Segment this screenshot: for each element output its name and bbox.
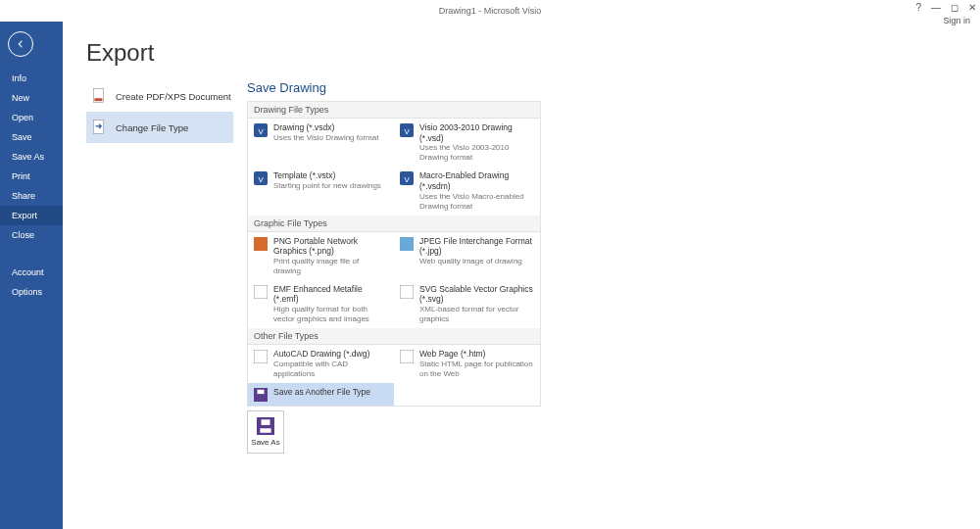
group-title: Other File Types bbox=[248, 328, 540, 345]
svg-rect-12 bbox=[400, 237, 414, 251]
page-heading: Export bbox=[86, 39, 980, 67]
save-as-label: Save As bbox=[251, 438, 279, 447]
svg-rect-11 bbox=[254, 237, 268, 251]
svg-rect-16 bbox=[400, 350, 414, 363]
svg-rect-15 bbox=[254, 350, 268, 363]
filetype-vsd[interactable]: V Visio 2003-2010 Drawing (*.vsd)Uses th… bbox=[394, 119, 540, 167]
filetype-vsdx[interactable]: V Drawing (*.vsdx)Uses the Visio Drawing… bbox=[248, 119, 394, 167]
svg-rect-1 bbox=[94, 98, 102, 101]
svg-rect-14 bbox=[400, 285, 414, 299]
svg-text:V: V bbox=[404, 127, 410, 136]
svg-text:V: V bbox=[258, 127, 264, 136]
change-filetype-icon bbox=[90, 119, 108, 136]
sidebar-item-options[interactable]: Options bbox=[0, 282, 63, 302]
minimize-button[interactable]: — bbox=[931, 2, 941, 13]
svg-rect-2 bbox=[93, 120, 103, 134]
backstage-sidebar: Info New Open Save Save As Print Share E… bbox=[0, 22, 63, 529]
filetype-vstx[interactable]: V Template (*.vstx)Starting point for ne… bbox=[248, 167, 394, 215]
sidebar-item-open[interactable]: Open bbox=[0, 108, 63, 127]
window-title: Drawing1 - Microsoft Visio bbox=[439, 6, 541, 16]
sidebar-item-save[interactable]: Save bbox=[0, 127, 63, 147]
visio-file-icon: V bbox=[254, 123, 268, 137]
filetype-emf[interactable]: EMF Enhanced Metafile (*.emf)High qualit… bbox=[248, 280, 394, 328]
help-icon[interactable]: ? bbox=[915, 2, 921, 13]
visio-file-icon: V bbox=[400, 171, 414, 185]
sidebar-item-account[interactable]: Account bbox=[0, 263, 63, 282]
filetype-png[interactable]: PNG Portable Network Graphics (*.png)Pri… bbox=[248, 232, 394, 280]
filetype-other[interactable]: Save as Another File Type bbox=[248, 383, 394, 406]
option-label: Change File Type bbox=[116, 122, 188, 133]
dwg-file-icon bbox=[254, 350, 268, 363]
svg-rect-20 bbox=[262, 419, 270, 425]
visio-file-icon: V bbox=[400, 123, 414, 137]
filetype-vsdm[interactable]: V Macro-Enabled Drawing (*.vsdm)Uses the… bbox=[394, 167, 540, 215]
filetype-htm[interactable]: Web Page (*.htm)Static HTML page for pub… bbox=[394, 345, 540, 383]
visio-file-icon: V bbox=[254, 171, 268, 185]
svg-rect-13 bbox=[254, 285, 268, 299]
save-file-icon bbox=[254, 388, 268, 402]
panel-heading: Save Drawing bbox=[247, 80, 541, 95]
window-controls: ? — ◻ ✕ bbox=[915, 2, 976, 13]
group-title: Graphic File Types bbox=[248, 216, 540, 232]
sidebar-item-share[interactable]: Share bbox=[0, 186, 63, 206]
sidebar-item-info[interactable]: Info bbox=[0, 69, 63, 88]
export-options: Create PDF/XPS Document Change File Type bbox=[86, 80, 233, 454]
file-type-groups: Drawing File Types V Drawing (*.vsdx)Use… bbox=[247, 101, 541, 407]
svg-text:V: V bbox=[258, 175, 264, 184]
svg-rect-21 bbox=[260, 428, 270, 433]
pdf-document-icon bbox=[90, 87, 108, 105]
back-button[interactable] bbox=[8, 31, 33, 57]
main-area: Export Create PDF/XPS Document Change Fi… bbox=[63, 22, 980, 529]
save-icon bbox=[257, 417, 274, 435]
filetype-jpg[interactable]: JPEG File Interchange Format (*.jpg)Web … bbox=[394, 232, 540, 280]
option-create-pdf-xps[interactable]: Create PDF/XPS Document bbox=[86, 80, 233, 112]
htm-file-icon bbox=[400, 350, 414, 363]
group-title: Drawing File Types bbox=[248, 102, 540, 119]
save-drawing-panel: Save Drawing Drawing File Types V Drawin… bbox=[247, 80, 541, 454]
restore-button[interactable]: ◻ bbox=[951, 2, 958, 13]
back-arrow-icon bbox=[15, 38, 26, 50]
save-as-button[interactable]: Save As bbox=[247, 410, 284, 454]
close-button[interactable]: ✕ bbox=[968, 2, 976, 13]
sidebar-item-save-as[interactable]: Save As bbox=[0, 147, 63, 167]
option-change-file-type[interactable]: Change File Type bbox=[86, 112, 233, 143]
svg-file-icon bbox=[400, 285, 414, 299]
png-file-icon bbox=[254, 237, 268, 251]
emf-file-icon bbox=[254, 285, 268, 299]
svg-text:V: V bbox=[404, 175, 410, 184]
filetype-dwg[interactable]: AutoCAD Drawing (*.dwg)Compatible with C… bbox=[248, 345, 394, 383]
jpg-file-icon bbox=[400, 237, 414, 251]
sidebar-item-print[interactable]: Print bbox=[0, 167, 63, 186]
filetype-svg[interactable]: SVG Scalable Vector Graphics (*.svg)XML-… bbox=[394, 280, 540, 328]
title-bar: Drawing1 - Microsoft Visio ? — ◻ ✕ bbox=[0, 0, 980, 22]
sidebar-item-new[interactable]: New bbox=[0, 88, 63, 108]
option-label: Create PDF/XPS Document bbox=[116, 91, 231, 102]
sidebar-item-export[interactable]: Export bbox=[0, 206, 63, 225]
svg-rect-18 bbox=[258, 389, 265, 393]
sidebar-item-close[interactable]: Close bbox=[0, 225, 63, 245]
